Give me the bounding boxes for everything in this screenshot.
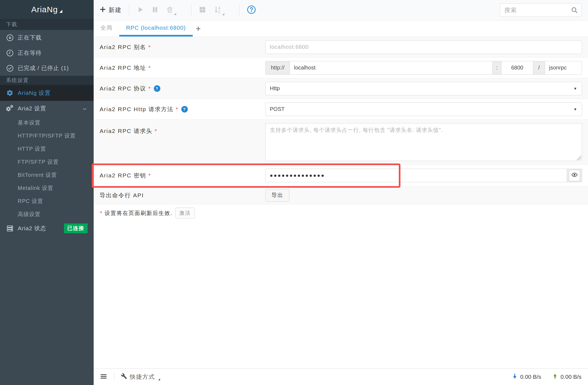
start-task-button[interactable] <box>137 6 144 14</box>
app-title: AriaNg <box>31 5 58 14</box>
pause-icon <box>152 6 158 14</box>
form-row-export-api: 导出命令行 API 导出 <box>94 186 588 204</box>
resize-grip-icon[interactable] <box>577 156 581 160</box>
statusbar: 快捷方式 0.00 B/s 0.00 B/s <box>94 368 588 385</box>
sort-button[interactable]: AZ <box>214 6 224 15</box>
search-input[interactable] <box>500 3 581 17</box>
nav-section-downloads: 下载 <box>0 19 94 30</box>
hamburger-icon <box>100 372 108 381</box>
chevron-down-icon <box>82 106 87 113</box>
rpc-protocol-select[interactable]: Http ▼ <box>265 82 582 95</box>
selected-value: Http <box>270 85 280 92</box>
field-label: Aria2 RPC 别名 * <box>100 43 265 51</box>
form-row-rpc-address: Aria2 RPC 地址 * http:// : / <box>94 57 588 78</box>
upload-speed-value: 0.00 B/s <box>561 374 581 380</box>
pause-task-button[interactable] <box>152 6 158 14</box>
help-circle-icon[interactable]: ? <box>181 106 188 113</box>
new-task-button[interactable]: 新建 <box>100 6 122 14</box>
required-asterisk: * <box>100 210 103 216</box>
sidebar-item-waiting[interactable]: 正在等待 <box>0 45 94 60</box>
grid-icon <box>199 6 206 14</box>
main-area: 新建 <box>94 0 588 385</box>
required-asterisk: * <box>155 128 157 134</box>
form-row-rpc-http-method: Aria2 RPC Http 请求方法 * ? POST ▼ <box>94 99 588 120</box>
sidebar-subitem-basic[interactable]: 基本设置 <box>0 116 94 129</box>
search-box <box>500 3 581 17</box>
check-circle-icon <box>6 64 14 72</box>
delete-task-button[interactable] <box>166 6 176 14</box>
sidebar-item-label: Aria2 设置 <box>18 105 46 112</box>
tab-global[interactable]: 全局 <box>94 20 119 37</box>
ariang-app: AriaNg 下载 正在下载 正在等待 已完成 / 已停止 (1) 系统设置 <box>0 0 588 385</box>
rpc-port-input[interactable] <box>501 61 533 75</box>
protocol-addon: http:// <box>265 61 290 75</box>
selected-value: POST <box>270 106 284 112</box>
rpc-address-group: http:// : / <box>265 61 582 75</box>
sidebar-item-downloading[interactable]: 正在下载 <box>0 30 94 45</box>
rpc-request-headers-textarea[interactable] <box>265 123 582 161</box>
eye-icon <box>571 172 578 179</box>
sidebar-item-finished-stopped[interactable]: 已完成 / 已停止 (1) <box>0 60 94 76</box>
sort-az-icon: AZ <box>214 6 222 15</box>
play-icon <box>137 6 144 14</box>
rpc-secret-input[interactable] <box>265 169 567 182</box>
plus-icon <box>100 6 106 14</box>
download-arrow-icon <box>512 373 518 381</box>
statusbar-menu-button[interactable] <box>100 372 108 381</box>
rpc-host-input[interactable] <box>290 61 492 75</box>
slash-addon: / <box>533 61 545 75</box>
add-rpc-tab-button[interactable]: + <box>193 20 204 37</box>
sidebar-item-ariang-settings[interactable]: AriaNg 设置 <box>0 85 94 101</box>
help-circle-icon[interactable]: ? <box>154 85 161 92</box>
connection-status-badge: 已连接 <box>64 223 88 233</box>
rpc-http-method-select[interactable]: POST ▼ <box>265 102 582 116</box>
field-label: Aria2 RPC 请求头 * <box>100 120 265 135</box>
help-button[interactable] <box>247 5 256 15</box>
toggle-secret-visibility-button[interactable] <box>569 170 580 181</box>
app-logo[interactable]: AriaNg <box>0 0 94 19</box>
upload-speed: 0.00 B/s <box>552 373 581 381</box>
sidebar-item-label: 已完成 / 已停止 (1) <box>18 64 69 72</box>
dropdown-caret-icon <box>174 13 176 15</box>
sidebar-subitem-rpc[interactable]: RPC 设置 <box>0 195 94 208</box>
form-row-rpc-secret: Aria2 RPC 密钥 * <box>94 165 588 186</box>
sidebar-item-aria2-status[interactable]: Aria2 状态 已连接 <box>0 221 94 236</box>
sidebar-subitem-bittorrent[interactable]: BitTorrent 设置 <box>0 168 94 181</box>
sidebar-subitem-http[interactable]: HTTP 设置 <box>0 142 94 155</box>
form-row-rpc-request-headers: Aria2 RPC 请求头 * <box>94 120 588 165</box>
svg-text:A: A <box>218 6 220 10</box>
sidebar-subitem-advanced[interactable]: 高级设置 <box>0 208 94 221</box>
rpc-alias-input[interactable] <box>265 40 582 54</box>
sidebar-item-label: AriaNg 设置 <box>18 89 51 97</box>
new-task-label: 新建 <box>109 6 122 14</box>
toolbar-separator <box>129 5 129 16</box>
sidebar-item-aria2-settings[interactable]: Aria2 设置 <box>0 101 94 116</box>
shortcuts-button[interactable]: 快捷方式 <box>121 373 160 381</box>
sidebar-subitem-ftp-sftp[interactable]: FTP/SFTP 设置 <box>0 155 94 168</box>
select-mode-button[interactable] <box>199 6 206 14</box>
tab-rpc-localhost-6800[interactable]: RPC (localhost:6800) <box>119 20 193 37</box>
help-icon <box>247 5 256 15</box>
export-button[interactable]: 导出 <box>265 189 289 202</box>
form-row-rpc-protocol: Aria2 RPC 协议 * ? Http ▼ <box>94 78 588 99</box>
rpc-secret-group <box>265 169 582 182</box>
required-asterisk: * <box>148 85 151 92</box>
svg-text:Z: Z <box>218 10 220 13</box>
sidebar-item-label: Aria2 状态 <box>18 225 46 232</box>
field-label: Aria2 RPC 密钥 * <box>100 172 265 179</box>
activate-button[interactable]: 激活 <box>175 208 195 219</box>
required-asterisk: * <box>148 65 151 71</box>
footnote-text: 设置将在页面刷新后生效. <box>105 210 173 217</box>
trash-icon <box>166 6 173 14</box>
secret-visibility-addon <box>567 169 582 182</box>
rpc-path-input[interactable] <box>545 61 582 75</box>
field-label: Aria2 RPC Http 请求方法 * ? <box>100 105 265 113</box>
sidebar-subitem-metalink[interactable]: Metalink 设置 <box>0 181 94 195</box>
sidebar-subitem-http-ftp-sftp[interactable]: HTTP/FTP/SFTP 设置 <box>0 129 94 142</box>
nav-section-system-settings: 系统设置 <box>0 76 94 85</box>
required-asterisk: * <box>148 44 151 50</box>
field-label: Aria2 RPC 协议 * ? <box>100 85 265 92</box>
sidebar-item-label: 正在等待 <box>18 49 42 57</box>
dropdown-caret-icon <box>222 13 224 15</box>
download-speed-value: 0.00 B/s <box>520 374 541 380</box>
